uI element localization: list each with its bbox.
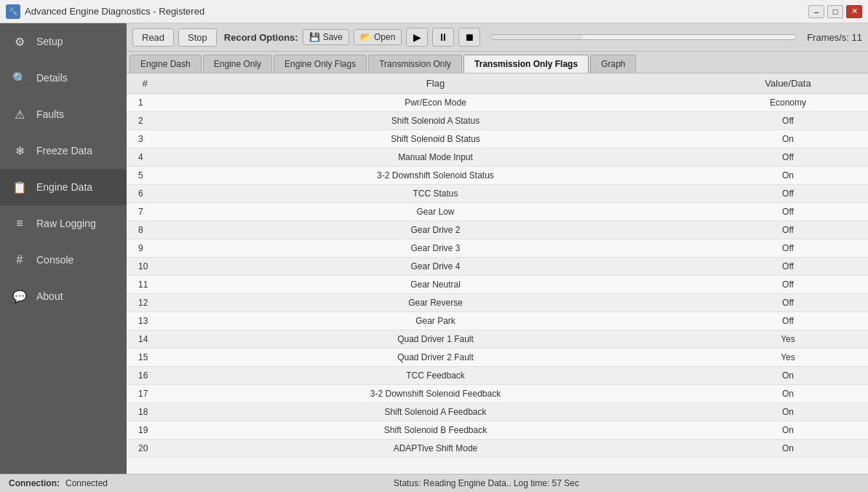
playback-slider[interactable] [490, 34, 797, 40]
table-row: 7 Gear Low Off [127, 203, 868, 221]
title-bar-left: 🔧 Advanced Engine Diagnostics - Register… [6, 4, 204, 19]
row-flag: TCC Feedback [163, 367, 708, 385]
table-body: 1 Pwr/Econ Mode Economy 2 Shift Solenoid… [127, 94, 868, 458]
table-row: 16 TCC Feedback On [127, 367, 868, 385]
open-icon: 📂 [360, 32, 371, 42]
sidebar-item-freeze-data[interactable]: ❄ Freeze Data [0, 132, 127, 169]
minimize-button[interactable]: – [808, 5, 824, 18]
row-value: Off [708, 185, 868, 203]
tab-graph[interactable]: Graph [590, 55, 636, 73]
sidebar-item-raw-logging[interactable]: ≡ Raw Logging [0, 205, 127, 242]
save-button[interactable]: 💾 Save [303, 29, 349, 45]
row-value: On [708, 367, 868, 385]
pause-button[interactable]: ⏸ [432, 28, 454, 47]
row-flag: Pwr/Econ Mode [163, 94, 708, 112]
row-num: 15 [127, 349, 163, 367]
title-bar: 🔧 Advanced Engine Diagnostics - Register… [0, 0, 868, 23]
sidebar-label-details: Details [36, 72, 68, 84]
close-button[interactable]: ✕ [846, 5, 862, 18]
row-value: On [708, 440, 868, 458]
stop-playback-button[interactable]: ⏹ [458, 28, 480, 47]
row-num: 9 [127, 239, 163, 258]
table-row: 4 Manual Mode Input Off [127, 148, 868, 167]
row-value: Yes [708, 330, 868, 349]
sidebar-label-engine-data: Engine Data [36, 181, 92, 193]
window-controls: – □ ✕ [808, 5, 862, 18]
row-num: 19 [127, 421, 163, 440]
row-num: 13 [127, 312, 163, 330]
tab-transmission-only-flags[interactable]: Transmission Only Flags [463, 55, 589, 73]
maximize-button[interactable]: □ [827, 5, 843, 18]
sidebar-item-engine-data[interactable]: 📋 Engine Data [0, 169, 127, 205]
sidebar-item-setup[interactable]: ⚙ Setup [0, 23, 127, 60]
sidebar-item-faults[interactable]: ⚠ Faults [0, 96, 127, 132]
about-icon: 💬 [12, 288, 28, 304]
frames-per-second: Frames/s: 11 [807, 32, 862, 43]
col-header-flag: Flag [163, 74, 708, 94]
table-area[interactable]: # Flag Value/Data 1 Pwr/Econ Mode Econom… [127, 74, 868, 474]
stop-button[interactable]: Stop [178, 28, 217, 47]
row-value: Off [708, 276, 868, 294]
row-num: 6 [127, 185, 163, 203]
row-flag: Gear Park [163, 312, 708, 330]
row-flag: TCC Status [163, 185, 708, 203]
status-text: Status: Reading Engine Data.. Log time: … [114, 478, 859, 488]
app-icon: 🔧 [6, 4, 20, 19]
row-value: On [708, 421, 868, 440]
col-header-value: Value/Data [708, 74, 868, 94]
row-flag: Shift Solenoid A Status [163, 112, 708, 130]
table-row: 3 Shift Solenoid B Status On [127, 130, 868, 148]
row-num: 5 [127, 167, 163, 185]
row-num: 18 [127, 403, 163, 421]
sidebar-label-about: About [36, 290, 63, 302]
sidebar-item-about[interactable]: 💬 About [0, 278, 127, 314]
tab-transmission-only[interactable]: Transmission Only [368, 55, 462, 73]
faults-icon: ⚠ [12, 106, 28, 122]
sidebar: ⚙ Setup 🔍 Details ⚠ Faults ❄ Freeze Data… [0, 23, 127, 474]
row-flag: Gear Neutral [163, 276, 708, 294]
table-row: 15 Quad Driver 2 Fault Yes [127, 349, 868, 367]
table-row: 6 TCC Status Off [127, 185, 868, 203]
slider-fill [491, 35, 583, 39]
row-flag: Shift Solenoid B Status [163, 130, 708, 148]
row-num: 2 [127, 112, 163, 130]
connection-value: Connected [65, 478, 108, 488]
row-flag: Quad Driver 2 Fault [163, 349, 708, 367]
sidebar-label-setup: Setup [36, 36, 63, 47]
row-value: Economy [708, 94, 868, 112]
row-num: 8 [127, 221, 163, 239]
tab-engine-dash[interactable]: Engine Dash [130, 55, 202, 73]
tabs-bar: Engine DashEngine OnlyEngine Only FlagsT… [127, 52, 868, 74]
row-value: Off [708, 258, 868, 276]
table-row: 19 Shift Solenoid B Feedback On [127, 421, 868, 440]
sidebar-item-details[interactable]: 🔍 Details [0, 60, 127, 96]
sidebar-item-console[interactable]: # Console [0, 242, 127, 278]
content-area: Read Stop Record Options: 💾 Save 📂 Open … [127, 23, 868, 474]
row-flag: ADAPTive Shift Mode [163, 440, 708, 458]
row-flag: Gear Low [163, 203, 708, 221]
play-button[interactable]: ▶ [406, 28, 428, 47]
row-flag: Gear Drive 4 [163, 258, 708, 276]
tab-engine-only-flags[interactable]: Engine Only Flags [274, 55, 367, 73]
sidebar-label-faults: Faults [36, 108, 64, 120]
sidebar-label-raw-logging: Raw Logging [36, 218, 96, 229]
row-value: Off [708, 148, 868, 167]
row-flag: 3-2 Downshift Solenoid Status [163, 167, 708, 185]
row-num: 14 [127, 330, 163, 349]
row-flag: Manual Mode Input [163, 148, 708, 167]
slider-track [490, 34, 797, 40]
table-row: 13 Gear Park Off [127, 312, 868, 330]
read-button[interactable]: Read [132, 28, 174, 47]
tab-engine-only[interactable]: Engine Only [203, 55, 272, 73]
record-options-label: Record Options: [224, 32, 298, 43]
row-num: 12 [127, 294, 163, 312]
row-value: On [708, 167, 868, 185]
freeze-data-icon: ❄ [12, 143, 28, 159]
row-value: Off [708, 239, 868, 258]
connection-label: Connection: [9, 478, 60, 488]
raw-logging-icon: ≡ [12, 215, 28, 231]
open-button[interactable]: 📂 Open [354, 29, 402, 45]
table-row: 8 Gear Drive 2 Off [127, 221, 868, 239]
sidebar-label-console: Console [36, 254, 73, 266]
row-flag: Shift Solenoid B Feedback [163, 421, 708, 440]
